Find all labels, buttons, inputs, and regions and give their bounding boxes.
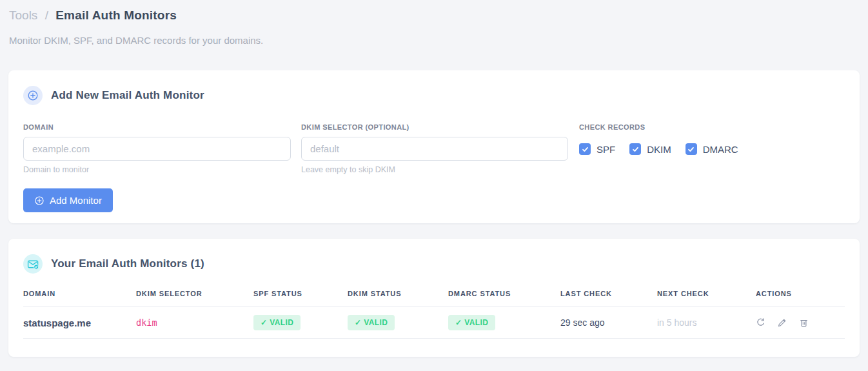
delete-icon[interactable] <box>799 318 809 328</box>
spf-status-badge: ✓ VALID <box>253 315 301 330</box>
col-header-domain: DOMAIN <box>23 286 136 306</box>
table-row: statuspage.me dkim ✓ VALID ✓ VALID ✓ VAL… <box>23 306 845 339</box>
monitor-dkim-selector: dkim <box>136 306 253 339</box>
breadcrumb: Tools / Email Auth Monitors <box>8 8 860 23</box>
checkbox-dkim[interactable]: DKIM <box>629 143 671 155</box>
col-header-actions: ACTIONS <box>756 286 845 306</box>
breadcrumb-separator: / <box>45 8 48 22</box>
checkbox-dkim-label: DKIM <box>647 144 671 155</box>
dmarc-status-badge: ✓ VALID <box>448 315 495 330</box>
checkbox-checked-icon[interactable] <box>629 143 641 155</box>
col-header-dkim-status: DKIM STATUS <box>348 286 448 306</box>
checkbox-dmarc[interactable]: DMARC <box>686 143 738 155</box>
breadcrumb-tools-link[interactable]: Tools <box>9 8 37 22</box>
domain-field-label: DOMAIN <box>23 123 291 131</box>
email-check-icon <box>23 254 43 274</box>
page-title: Email Auth Monitors <box>55 8 177 22</box>
domain-field-group: DOMAIN Domain to monitor <box>23 123 291 174</box>
dkim-status-badge: ✓ VALID <box>348 315 395 330</box>
domain-field-helper: Domain to monitor <box>23 165 291 174</box>
monitors-card: Your Email Auth Monitors (1) DOMAIN DKIM… <box>8 239 860 357</box>
dkim-selector-field-label: DKIM SELECTOR (OPTIONAL) <box>301 123 568 131</box>
col-header-last-check: LAST CHECK <box>560 286 657 306</box>
page-subtitle: Monitor DKIM, SPF, and DMARC records for… <box>8 35 860 46</box>
monitor-last-check: 29 sec ago <box>560 306 657 339</box>
dkim-selector-field-helper: Leave empty to skip DKIM <box>301 165 568 174</box>
col-header-dkim-selector: DKIM SELECTOR <box>136 286 253 306</box>
add-monitor-card-title: Add New Email Auth Monitor <box>51 89 204 102</box>
col-header-spf-status: SPF STATUS <box>253 286 348 306</box>
refresh-icon[interactable] <box>756 318 765 328</box>
dkim-selector-field-group: DKIM SELECTOR (OPTIONAL) Leave empty to … <box>301 123 568 174</box>
monitor-next-check: in 5 hours <box>657 306 756 339</box>
add-monitor-form: DOMAIN Domain to monitor DKIM SELECTOR (… <box>23 123 845 174</box>
domain-input[interactable] <box>23 137 291 161</box>
monitor-domain: statuspage.me <box>23 306 136 339</box>
monitor-actions <box>756 306 845 339</box>
add-monitor-button[interactable]: Add Monitor <box>23 188 113 212</box>
checkbox-spf-label: SPF <box>597 144 615 155</box>
col-header-next-check: NEXT CHECK <box>657 286 756 306</box>
checkbox-dmarc-label: DMARC <box>703 144 738 155</box>
check-records-group: CHECK RECORDS SPF DKIM <box>579 123 753 174</box>
edit-icon[interactable] <box>777 318 787 328</box>
add-monitor-button-label: Add Monitor <box>50 195 102 206</box>
monitors-card-header: Your Email Auth Monitors (1) <box>23 254 845 274</box>
circle-plus-icon <box>34 196 44 206</box>
col-header-dmarc-status: DMARC STATUS <box>448 286 560 306</box>
checkbox-checked-icon[interactable] <box>579 143 591 155</box>
add-monitor-card: Add New Email Auth Monitor DOMAIN Domain… <box>8 70 860 223</box>
checkbox-checked-icon[interactable] <box>686 143 697 155</box>
monitors-table: DOMAIN DKIM SELECTOR SPF STATUS DKIM STA… <box>23 286 845 339</box>
add-monitor-card-header: Add New Email Auth Monitor <box>23 86 845 105</box>
dkim-selector-input[interactable] <box>301 137 568 161</box>
circle-plus-icon <box>23 86 43 105</box>
check-records-label: CHECK RECORDS <box>579 123 753 131</box>
checkbox-spf[interactable]: SPF <box>579 143 615 155</box>
monitors-card-title: Your Email Auth Monitors (1) <box>51 257 204 270</box>
table-header-row: DOMAIN DKIM SELECTOR SPF STATUS DKIM STA… <box>23 286 845 306</box>
check-records-options: SPF DKIM DMARC <box>579 143 753 155</box>
